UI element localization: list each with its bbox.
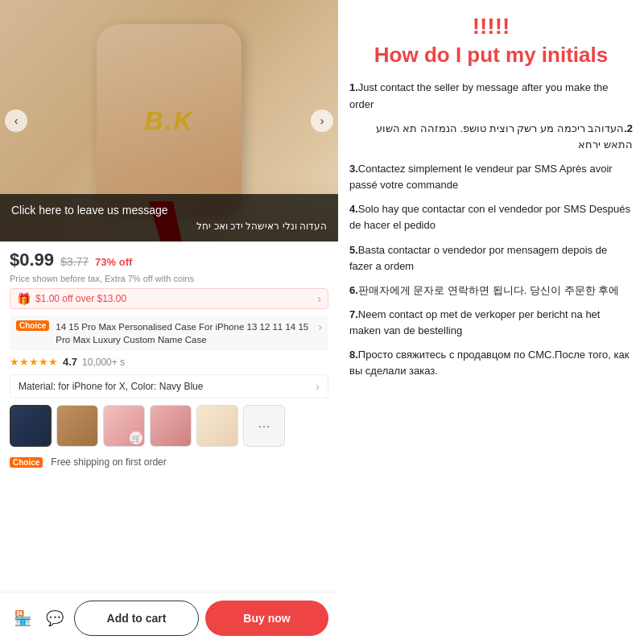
coupon-arrow: › bbox=[317, 292, 321, 305]
instruction-item-4: 4.Solo hay que contactar con el vendedor… bbox=[349, 201, 633, 233]
thumb-light[interactable] bbox=[196, 405, 238, 447]
thumb-brown[interactable] bbox=[56, 405, 98, 447]
instruction-item-5: 5.Basta contactar o vendedor por mensage… bbox=[349, 242, 633, 275]
instruction-num: 6. bbox=[349, 284, 358, 296]
message-line2: העדוה ונלי ראישהל ידכ ואכ יחל bbox=[11, 219, 327, 233]
stars: ★★★★★ bbox=[10, 356, 58, 368]
discount-badge: 73% off bbox=[95, 256, 132, 268]
instruction-num: 8. bbox=[349, 349, 358, 361]
left-panel: B.K ‹ › Click here to leave us message ה… bbox=[0, 0, 338, 644]
message-line1: Click here to leave us message bbox=[11, 202, 327, 219]
coupon-label: $1.00 off over $13.00 bbox=[35, 293, 126, 304]
add-to-cart-button[interactable]: Add to cart bbox=[74, 601, 199, 636]
buy-now-button[interactable]: Buy now bbox=[205, 601, 328, 636]
instruction-list: 1.Just contact the seller by message aft… bbox=[349, 80, 633, 379]
instruction-item-8: 8.Просто свяжитесь с продавцом по СМС.По… bbox=[349, 347, 633, 379]
instruction-num: 3. bbox=[349, 163, 358, 175]
product-info: $0.99 $3.77 73% off Price shown before t… bbox=[0, 242, 338, 644]
instruction-item-2: 2.העדוהב ריכמה מע רשק רוצית טושפ. הנמזהה… bbox=[349, 121, 633, 153]
instruction-item-7: 7.Neem contact op met de verkoper per be… bbox=[349, 307, 633, 339]
instruction-num: 4. bbox=[349, 203, 358, 215]
thumb-pink[interactable]: 🛒 bbox=[103, 405, 145, 447]
material-row[interactable]: Material: for iPhone for X, Color: Navy … bbox=[10, 374, 328, 398]
chat-icon[interactable]: 💬 bbox=[42, 605, 68, 631]
price-row: $0.99 $3.77 73% off bbox=[10, 250, 328, 270]
cart-icon: 🛒 bbox=[130, 431, 142, 444]
thumb-navy[interactable] bbox=[10, 405, 52, 447]
shipping-label: Free shipping on first order bbox=[51, 456, 166, 468]
material-text: Material: for iPhone for X, Color: Navy … bbox=[19, 381, 316, 392]
coupon-row[interactable]: 🎁 $1.00 off over $13.00 › bbox=[10, 288, 328, 309]
bottom-bar: 🏪 💬 Add to cart Buy now bbox=[0, 592, 338, 644]
material-arrow: › bbox=[316, 380, 320, 393]
instruction-num: 2. bbox=[624, 122, 633, 134]
message-overlay[interactable]: Click here to leave us message העדוה ונל… bbox=[0, 194, 338, 242]
main-title: How do I put my initials bbox=[349, 42, 633, 69]
review-count: 10,000+ s bbox=[82, 357, 125, 368]
instruction-num: 5. bbox=[349, 244, 358, 256]
shipping-row: Choice Free shipping on first order bbox=[10, 456, 328, 468]
price-original: $3.77 bbox=[60, 255, 89, 268]
store-icon[interactable]: 🏪 bbox=[10, 605, 35, 631]
instruction-item-1: 1.Just contact the seller by message aft… bbox=[349, 80, 633, 112]
product-title: 14 15 Pro Max Personalised Case For iPho… bbox=[56, 320, 312, 346]
thumbnails-row: 🛒 ··· bbox=[10, 405, 328, 450]
title-chevron: › bbox=[318, 320, 322, 333]
tax-info: Price shown before tax, Extra 7% off wit… bbox=[10, 274, 328, 283]
nav-arrow-left[interactable]: ‹ bbox=[5, 109, 27, 132]
instruction-item-6: 6.판매자에게 문자로 연락하면 됩니다. 당신이 주문한 후에 bbox=[349, 283, 633, 299]
rating-row: ★★★★★ 4.7 10,000+ s bbox=[10, 356, 328, 368]
product-image: B.K ‹ › Click here to leave us message ה… bbox=[0, 0, 338, 242]
product-title-row[interactable]: Choice 14 15 Pro Max Personalised Case F… bbox=[10, 316, 328, 351]
exclaim-title: !!!!! bbox=[349, 13, 633, 40]
nav-arrow-right[interactable]: › bbox=[311, 109, 333, 132]
choice-badge: Choice bbox=[16, 320, 49, 331]
right-panel: !!!!! How do I put my initials 1.Just co… bbox=[338, 0, 644, 644]
coupon-icon: 🎁 bbox=[17, 292, 31, 305]
price-current: $0.99 bbox=[10, 250, 54, 270]
thumb-rose[interactable] bbox=[150, 405, 192, 447]
rating-num: 4.7 bbox=[63, 356, 77, 368]
instruction-num: 7. bbox=[349, 308, 358, 320]
instruction-num: 1. bbox=[349, 81, 358, 93]
instruction-item-3: 3.Contactez simplement le vendeur par SM… bbox=[349, 161, 633, 193]
thumb-more[interactable]: ··· bbox=[243, 405, 285, 447]
phone-initials: B.K bbox=[144, 106, 193, 136]
shipping-choice-badge: Choice bbox=[10, 457, 43, 468]
